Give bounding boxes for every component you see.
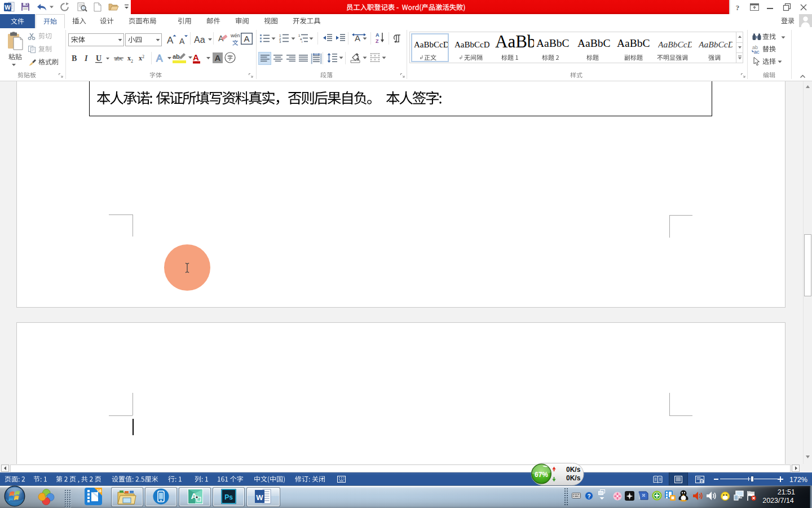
svg-text:2: 2 xyxy=(142,54,144,59)
svg-text:A: A xyxy=(376,32,379,38)
svg-text:2: 2 xyxy=(131,59,133,64)
svg-text:67%: 67% xyxy=(535,471,548,479)
svg-text:0K/s: 0K/s xyxy=(566,474,581,482)
svg-text:U: U xyxy=(96,54,102,63)
svg-text:16: 16 xyxy=(97,489,102,493)
svg-text:Aa: Aa xyxy=(194,35,205,45)
svg-text:i: i xyxy=(302,40,302,43)
svg-text:W: W xyxy=(5,4,11,11)
svg-text:W: W xyxy=(256,493,263,502)
svg-text:B: B xyxy=(72,54,77,63)
svg-text:?: ? xyxy=(736,3,740,12)
svg-text:ab: ab xyxy=(173,53,180,60)
svg-text:wén: wén xyxy=(230,33,240,38)
svg-text:A: A xyxy=(193,52,199,62)
svg-text:I: I xyxy=(84,54,88,63)
svg-text:Z: Z xyxy=(376,38,379,44)
svg-text:A: A xyxy=(179,37,185,46)
svg-text:Ps: Ps xyxy=(224,493,233,501)
svg-text:A: A xyxy=(167,35,174,46)
svg-text:A: A xyxy=(215,53,221,63)
svg-text:?: ? xyxy=(587,493,590,500)
svg-text:ac: ac xyxy=(754,49,760,55)
svg-text:A: A xyxy=(244,34,249,43)
svg-text:A: A xyxy=(156,53,163,64)
svg-text:0K/s: 0K/s xyxy=(566,466,581,474)
